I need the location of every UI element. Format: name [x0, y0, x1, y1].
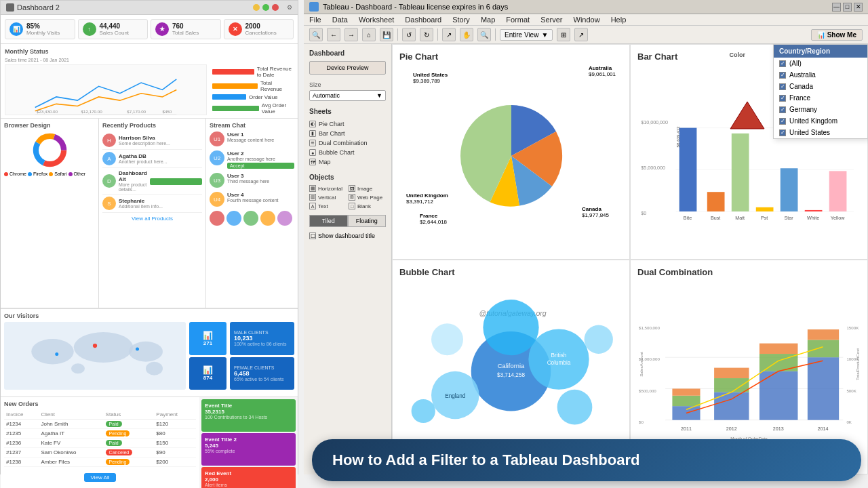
browser-design-title: Browser Design: [4, 122, 95, 129]
object-vertical[interactable]: ▥ Vertical: [309, 194, 347, 201]
menu-story[interactable]: Story: [452, 16, 470, 24]
country-filter-dropdown[interactable]: Country/Region ✓ (All) ✓ Australia ✓ Can…: [773, 44, 868, 139]
object-blank[interactable]: □ Blank: [349, 203, 386, 209]
bubble-label-california: California: [498, 362, 525, 369]
avatar: U3: [210, 173, 224, 188]
minimize-btn[interactable]: [253, 4, 260, 11]
close-btn[interactable]: [272, 4, 279, 11]
show-me-button[interactable]: 📊 Show Me: [811, 29, 863, 41]
x-label-white: White: [807, 215, 819, 221]
bar-2011-2: [672, 395, 700, 405]
sidebar-item-map[interactable]: 🗺 Map: [309, 157, 386, 167]
filter-item-all[interactable]: ✓ (All): [774, 58, 867, 69]
back-btn[interactable]: ←: [327, 28, 340, 41]
sidebar-item-bar-chart[interactable]: ▮ Bar Chart: [309, 129, 386, 138]
forward-btn[interactable]: →: [344, 28, 358, 41]
male-clients-card: MALE CLIENTS 10,233 100% active to 86 cl…: [230, 322, 294, 355]
our-visitors-title: Our Visitors: [4, 312, 294, 319]
menu-help[interactable]: Help: [611, 16, 627, 24]
male-clients-value: 10,233: [234, 335, 290, 342]
menu-data[interactable]: Data: [332, 16, 348, 24]
maximize-button[interactable]: □: [843, 3, 852, 12]
tiled-button[interactable]: Tiled: [309, 215, 348, 227]
device-preview-button[interactable]: Device Preview: [309, 61, 386, 75]
bar-bite: [679, 128, 697, 211]
monthly-status-subtitle: Sales time 2021 - 08 Jan 2021: [5, 58, 294, 62]
svg-text:$10,000,000: $10,000,000: [641, 119, 668, 125]
pie-label-france: France $2,644,018: [420, 213, 447, 225]
object-webpage[interactable]: ⊞ Web Page: [349, 194, 386, 201]
female-clients-card: FEMALE CLIENTS 6,458 65% active to 54 cl…: [230, 357, 294, 390]
col-payment: Payment: [154, 410, 196, 420]
menu-format[interactable]: Format: [506, 16, 530, 24]
settings-icon[interactable]: ⚙: [287, 4, 292, 11]
view-selector[interactable]: Entire View ▼: [500, 29, 553, 41]
object-text[interactable]: A Text: [309, 203, 347, 209]
object-horizontal[interactable]: ▦ Horizontal: [309, 185, 347, 192]
kpi-icon-2: ↑: [83, 22, 96, 36]
redo-btn[interactable]: ↻: [420, 28, 433, 41]
filter-item-france[interactable]: ✓ France: [774, 92, 867, 104]
menu-worksheet[interactable]: Worksheet: [359, 16, 394, 24]
undo-btn[interactable]: ↺: [402, 28, 416, 41]
obj-label: Image: [357, 186, 372, 192]
chat-name: User 3: [227, 173, 294, 179]
close-button[interactable]: ✕: [854, 3, 863, 12]
pan-btn[interactable]: ✋: [460, 28, 473, 41]
legend-safari: Safari: [49, 171, 66, 176]
menu-server[interactable]: Server: [540, 16, 562, 24]
search-toolbar-btn[interactable]: 🔍: [309, 28, 323, 41]
tableau-titlebar: Tableau - Dashboard - Tableau license ex…: [304, 0, 868, 14]
view-all-button[interactable]: View All: [84, 473, 117, 482]
minimize-button[interactable]: —: [832, 3, 841, 12]
product-name: Dashboard Alt: [119, 170, 147, 182]
table-row: #1234 John Smith Paid $120: [4, 420, 196, 429]
sidebar-item-dual-combination[interactable]: ≋ Dual Combination: [309, 138, 386, 148]
sidebar-item-bubble-chart[interactable]: ● Bubble Chart: [309, 148, 386, 157]
objects-grid: ▦ Horizontal 🖼 Image ▥ Vertical ⊞ Web Pa…: [309, 185, 386, 209]
filter-item-canada[interactable]: ✓ Canada: [774, 81, 867, 92]
svg-point-14: [71, 363, 85, 373]
filter-item-us[interactable]: ✓ United States: [774, 127, 867, 138]
menu-window[interactable]: Window: [574, 16, 600, 24]
filter-item-australia[interactable]: ✓ Australia: [774, 69, 867, 81]
object-image[interactable]: 🖼 Image: [349, 185, 386, 192]
accept-button[interactable]: Accept: [227, 163, 294, 169]
line-chart: $23,430.00 $12,170.00 $7,170.00 $450: [5, 64, 207, 115]
tableau-menubar: File Data Worksheet Dashboard Story Map …: [304, 14, 868, 26]
svg-text:$5,000,000: $5,000,000: [641, 165, 665, 171]
event-cards: Event Title 35,2315 100 Contributions to…: [199, 397, 298, 488]
menu-map[interactable]: Map: [481, 16, 495, 24]
show-title-checkbox[interactable]: ☐ Show dashboard title: [309, 232, 386, 239]
legend-bar-3: [212, 94, 246, 100]
line-2: [686, 346, 823, 409]
event-value-1: 35,2315: [205, 409, 292, 415]
view-all-products-link[interactable]: View all Products: [102, 216, 202, 222]
bubble-chart-svg: @tutorialgateway.org California $3,714,2…: [399, 281, 623, 462]
view-label: Entire View: [505, 31, 538, 39]
fix-axes-btn[interactable]: ⊞: [557, 28, 570, 41]
share-btn[interactable]: ↗: [574, 28, 588, 41]
zoom-btn[interactable]: 🔍: [477, 28, 491, 41]
filter-item-germany[interactable]: ✓ Germany: [774, 104, 867, 115]
pie-chart-cell: Pie Chart: [392, 44, 630, 260]
floating-button[interactable]: Floating: [348, 215, 387, 227]
maximize-btn[interactable]: [262, 4, 269, 11]
sidebar-item-pie-chart[interactable]: ◐ Pie Chart: [309, 119, 386, 129]
chat-avatars-row: [210, 211, 294, 226]
legend-firefox: Firefox: [28, 171, 47, 176]
pie-label-canada: Canada $1,977,845: [582, 206, 609, 218]
kpi-label-4: Cancelations: [245, 30, 277, 36]
view-all-btn[interactable]: View All: [4, 470, 196, 482]
size-dropdown[interactable]: Automatic ▼: [309, 90, 386, 101]
menu-dashboard[interactable]: Dashboard: [405, 16, 441, 24]
male-clients-sub: 100% active to 86 clients: [234, 342, 290, 346]
select-btn[interactable]: ↗: [442, 28, 456, 41]
menu-file[interactable]: File: [309, 16, 321, 24]
event-card-3: Red Event 2,000 Alert items: [201, 467, 296, 488]
filter-checkbox-uk: ✓: [779, 118, 786, 125]
save-btn[interactable]: 💾: [380, 28, 393, 41]
filter-item-uk[interactable]: ✓ United Kingdom: [774, 115, 867, 127]
filter-checkbox-germany: ✓: [779, 106, 786, 113]
home-btn[interactable]: ⌂: [362, 28, 376, 41]
